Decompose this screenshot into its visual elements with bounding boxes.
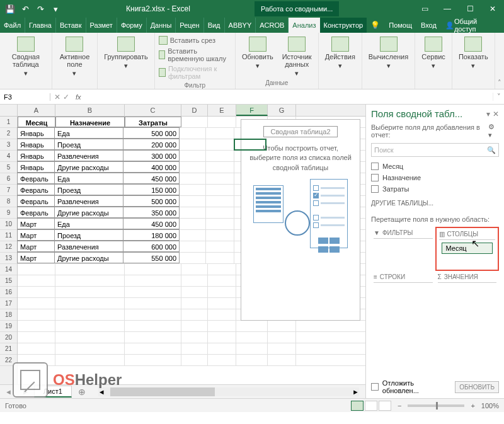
cell[interactable] bbox=[236, 321, 268, 331]
cell[interactable] bbox=[234, 139, 266, 150]
tab-layout[interactable]: Размет bbox=[86, 18, 117, 33]
area-filters[interactable]: ▼ФИЛЬТРЫ bbox=[371, 227, 435, 271]
cell[interactable]: 450 000 bbox=[123, 218, 180, 229]
row-header[interactable]: 8 bbox=[0, 196, 17, 207]
cell[interactable] bbox=[206, 219, 234, 229]
cell[interactable]: Еда bbox=[54, 127, 123, 139]
cell[interactable]: Проезд bbox=[54, 139, 123, 150]
expand-formula-icon[interactable]: ˅ bbox=[493, 93, 504, 101]
field-item[interactable]: Месяц bbox=[371, 161, 499, 172]
cell[interactable]: Назначение bbox=[55, 117, 125, 127]
pivottable-button[interactable]: Сводная таблица▾ bbox=[4, 35, 48, 78]
cell[interactable]: 550 000 bbox=[123, 252, 180, 263]
field-list-close-icon[interactable]: ✕ bbox=[493, 110, 499, 118]
cell[interactable] bbox=[206, 241, 234, 252]
cell[interactable]: 150 000 bbox=[123, 184, 180, 195]
row-header[interactable]: 3 bbox=[0, 139, 17, 151]
cell[interactable]: 600 000 bbox=[123, 241, 180, 252]
field-list-move-icon[interactable]: ▾ bbox=[486, 110, 490, 118]
cell[interactable]: Март bbox=[17, 241, 55, 252]
cell[interactable] bbox=[206, 139, 234, 150]
qat-customize-icon[interactable]: ▾ bbox=[49, 3, 62, 15]
cell[interactable] bbox=[236, 355, 268, 365]
cell[interactable] bbox=[206, 162, 234, 173]
cell[interactable]: Проезд bbox=[54, 229, 123, 241]
tab-acrobat[interactable]: ACROB bbox=[255, 18, 288, 33]
tab-review[interactable]: Рецен bbox=[175, 18, 203, 33]
cell[interactable] bbox=[181, 343, 208, 354]
cell[interactable] bbox=[208, 298, 236, 309]
cell[interactable] bbox=[18, 287, 55, 297]
cell[interactable] bbox=[208, 355, 236, 365]
row-header[interactable]: 13 bbox=[0, 253, 17, 264]
cell[interactable] bbox=[268, 332, 296, 343]
cell[interactable]: Проезд bbox=[54, 184, 123, 195]
tab-insert[interactable]: Вставк bbox=[55, 18, 86, 33]
cell[interactable] bbox=[125, 287, 181, 297]
tell-me-icon[interactable]: 💡 bbox=[367, 18, 384, 32]
field-search[interactable]: Поиск 🔍 bbox=[371, 143, 499, 157]
row-header[interactable]: 4 bbox=[0, 151, 17, 162]
cell[interactable] bbox=[55, 321, 125, 331]
cell[interactable]: Январь bbox=[17, 127, 55, 139]
cell[interactable] bbox=[236, 332, 268, 343]
cell[interactable] bbox=[181, 321, 208, 331]
cell[interactable] bbox=[55, 264, 125, 275]
tab-analyze[interactable]: Анализ bbox=[288, 18, 319, 33]
cell[interactable]: Месяц bbox=[18, 117, 55, 127]
actions-button[interactable]: Действия▾ bbox=[323, 35, 358, 71]
row-header[interactable]: 19 bbox=[0, 321, 17, 332]
cell[interactable] bbox=[181, 117, 208, 127]
cell[interactable] bbox=[181, 287, 208, 297]
zoom-slider[interactable] bbox=[408, 404, 464, 407]
cell[interactable] bbox=[208, 264, 236, 275]
cell[interactable] bbox=[180, 207, 206, 218]
tab-formulas[interactable]: Форму bbox=[117, 18, 146, 33]
cell[interactable] bbox=[180, 241, 206, 252]
cell[interactable] bbox=[181, 309, 208, 320]
service-button[interactable]: Сервис▾ bbox=[419, 35, 448, 71]
row-header[interactable]: 17 bbox=[0, 298, 17, 309]
group-button[interactable]: Группировать▾ bbox=[101, 35, 151, 71]
cell[interactable] bbox=[208, 321, 236, 331]
field-list-tools-icon[interactable]: ⚙ ▾ bbox=[488, 123, 499, 139]
sheet-nav-next-icon[interactable]: ► bbox=[17, 388, 34, 396]
cell[interactable] bbox=[181, 355, 208, 365]
cell[interactable]: Развлечения bbox=[54, 241, 123, 252]
col-header-D[interactable]: D bbox=[181, 105, 208, 116]
row-header[interactable]: 2 bbox=[0, 128, 17, 139]
cell[interactable] bbox=[208, 117, 236, 127]
cell[interactable] bbox=[18, 321, 55, 331]
cell[interactable] bbox=[181, 298, 208, 309]
ribbon-options-icon[interactable]: ▭ bbox=[413, 0, 436, 18]
col-header-A[interactable]: A bbox=[18, 105, 55, 116]
insert-timeline-button[interactable]: Вставить временную шкалу bbox=[159, 47, 231, 63]
row-header[interactable]: 22 bbox=[0, 355, 17, 366]
cell[interactable] bbox=[181, 332, 208, 343]
cell[interactable] bbox=[180, 128, 206, 139]
show-button[interactable]: Показать▾ bbox=[456, 35, 491, 71]
cell[interactable] bbox=[180, 219, 206, 229]
cell[interactable] bbox=[236, 343, 268, 354]
cell[interactable] bbox=[55, 275, 125, 286]
cell[interactable]: Развлечения bbox=[54, 150, 123, 161]
cell[interactable]: Февраль bbox=[17, 173, 55, 184]
cell[interactable] bbox=[181, 275, 208, 286]
field-item[interactable]: Затраты bbox=[371, 183, 499, 195]
cell[interactable] bbox=[18, 309, 55, 320]
cell[interactable] bbox=[125, 298, 181, 309]
area-rows[interactable]: ≡СТРОКИ bbox=[371, 271, 435, 312]
horizontal-scrollbar[interactable]: ◄► bbox=[98, 387, 359, 396]
cell[interactable]: 500 000 bbox=[123, 195, 180, 207]
row-header[interactable]: 14 bbox=[0, 264, 17, 275]
cell[interactable]: Январь bbox=[17, 161, 55, 173]
cell[interactable] bbox=[268, 355, 296, 365]
row-header[interactable]: 20 bbox=[0, 332, 17, 343]
cell[interactable] bbox=[206, 207, 234, 218]
row-header[interactable]: 11 bbox=[0, 230, 17, 241]
tab-view[interactable]: Вид bbox=[203, 18, 224, 33]
zoom-out-icon[interactable]: − bbox=[398, 402, 401, 410]
cell[interactable] bbox=[125, 275, 181, 286]
cell[interactable] bbox=[55, 287, 125, 297]
cell[interactable] bbox=[180, 151, 206, 161]
